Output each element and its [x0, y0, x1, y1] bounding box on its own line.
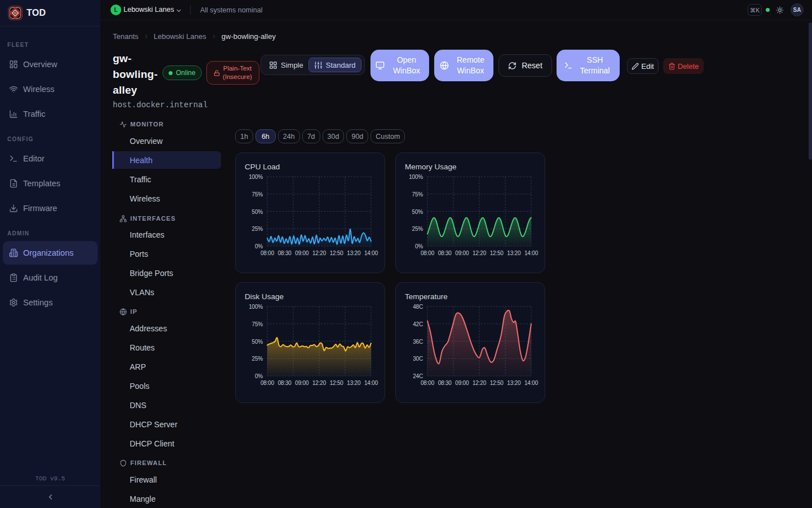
svg-text:100%: 100%: [409, 174, 423, 180]
svg-text:08:30: 08:30: [438, 250, 452, 256]
svg-text:08:30: 08:30: [278, 380, 292, 386]
svg-text:08:00: 08:00: [421, 380, 435, 386]
svg-text:42C: 42C: [413, 321, 423, 327]
svg-text:75%: 75%: [252, 191, 263, 198]
svg-text:14:00: 14:00: [364, 250, 378, 256]
svg-text:0%: 0%: [255, 243, 263, 249]
svg-text:09:00: 09:00: [295, 250, 309, 256]
svg-text:75%: 75%: [252, 321, 263, 327]
svg-text:100%: 100%: [249, 174, 263, 180]
svg-text:13:20: 13:20: [347, 380, 361, 386]
svg-text:12:50: 12:50: [330, 380, 344, 386]
svg-text:12:20: 12:20: [473, 380, 487, 386]
svg-text:24C: 24C: [413, 373, 423, 379]
svg-text:09:00: 09:00: [455, 250, 469, 256]
svg-text:14:00: 14:00: [524, 250, 539, 256]
svg-text:08:00: 08:00: [261, 380, 275, 386]
svg-text:50%: 50%: [252, 339, 263, 345]
svg-text:12:50: 12:50: [490, 250, 504, 256]
svg-text:25%: 25%: [412, 226, 423, 232]
svg-text:12:20: 12:20: [473, 250, 487, 256]
svg-text:0%: 0%: [255, 373, 263, 379]
svg-text:50%: 50%: [252, 209, 263, 215]
svg-text:08:30: 08:30: [438, 380, 452, 386]
svg-text:08:30: 08:30: [278, 250, 292, 256]
svg-text:25%: 25%: [252, 356, 263, 362]
svg-text:100%: 100%: [249, 304, 263, 310]
svg-text:09:00: 09:00: [455, 380, 469, 386]
svg-text:12:50: 12:50: [490, 380, 504, 386]
svg-text:12:20: 12:20: [312, 380, 326, 386]
svg-text:09:00: 09:00: [295, 380, 309, 386]
svg-text:48C: 48C: [413, 304, 423, 310]
svg-text:13:20: 13:20: [507, 250, 521, 256]
svg-text:75%: 75%: [412, 191, 423, 198]
svg-text:12:50: 12:50: [330, 250, 344, 256]
svg-text:36C: 36C: [413, 339, 423, 345]
svg-text:14:00: 14:00: [524, 380, 539, 386]
svg-text:08:00: 08:00: [261, 250, 275, 256]
svg-text:12:20: 12:20: [312, 250, 326, 256]
svg-text:13:20: 13:20: [507, 380, 521, 386]
svg-text:25%: 25%: [252, 226, 263, 232]
svg-text:0%: 0%: [415, 243, 423, 249]
svg-text:13:20: 13:20: [347, 250, 361, 256]
svg-text:50%: 50%: [412, 209, 423, 215]
svg-text:30C: 30C: [413, 356, 423, 362]
svg-text:14:00: 14:00: [364, 380, 378, 386]
svg-text:08:00: 08:00: [421, 250, 435, 256]
